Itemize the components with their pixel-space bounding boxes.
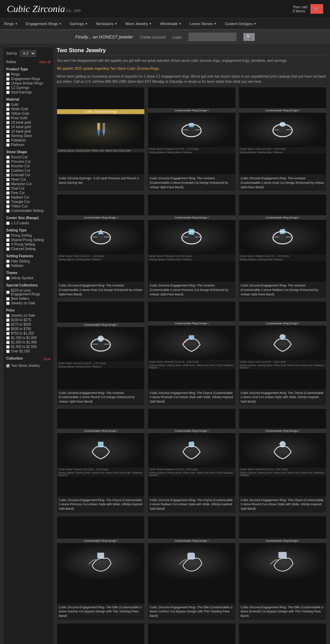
sidebar-item-18k[interactable]: 18 karat gold [6, 121, 51, 124]
sidebar-item-v-prong[interactable]: V Prong Setting [6, 242, 51, 246]
sidebar-price-1600-1900[interactable]: $1,600 to $1,900 [6, 340, 51, 344]
sidebar-item-palladium[interactable]: Palladium [6, 138, 51, 142]
sidebar-item-sterling[interactable]: Sterling Silver [6, 134, 51, 138]
sidebar-price-1250-1600[interactable]: $1,250 to $1,600 [6, 336, 51, 340]
create-account-link[interactable]: Create account [140, 35, 166, 39]
product-card[interactable]: Customizable Ring Design ! Center Stone:… [147, 87, 235, 191]
sidebar-item-yellow-gold[interactable]: Yellow Gold [6, 112, 51, 115]
nav-earrings[interactable]: Earrings ▼ [66, 18, 92, 29]
sidebar-item-solitaire[interactable]: Solitaire [6, 264, 51, 268]
sidebar-item-customizable-setting[interactable]: Customizable Setting [6, 209, 51, 213]
product-card[interactable]: Customizable Ring Design ! Center Stone:… [147, 194, 235, 298]
product-card[interactable]: Customizable Ring Design ! Center Stone:… [57, 408, 145, 513]
sidebar-price-over-2500[interactable]: Over $2,500 [6, 349, 51, 353]
search-input[interactable] [188, 33, 236, 41]
search-button[interactable]: 🔍 [243, 33, 255, 41]
checkbox-stud-earrings[interactable] [6, 91, 10, 94]
sidebar-item-best-sellers[interactable]: Best Sellers [6, 297, 51, 301]
cart-button[interactable]: 🛒 [310, 4, 323, 14]
product-card[interactable]: Customizable Ring Design ! Cubic Zirconi… [147, 516, 235, 620]
chevron-down-icon: ▼ [15, 22, 18, 25]
sidebar-item-radiant-cut[interactable]: Radiant Cut [6, 195, 51, 199]
sidebar-item-gold[interactable]: Gold [6, 103, 51, 106]
sidebar-item-stud-earrings[interactable]: Stud Earrings [6, 90, 51, 94]
sidebar-item-10k[interactable]: 10 karat gold [6, 129, 51, 133]
product-card[interactable]: Customizable Ring Design ! Cubic Zirconi… [239, 516, 327, 620]
sidebar-item-round-cut[interactable]: Round Cut [6, 155, 51, 159]
sidebar-item-emerald-cut[interactable]: Emerald Cut [6, 173, 51, 177]
view-all-link[interactable]: view all [39, 60, 51, 64]
sidebar-item-cushion-cut[interactable]: Cushion Cut [6, 169, 51, 172]
sidebar-item-cz-earrings[interactable]: CZ Earrings [6, 86, 51, 90]
product-card[interactable]: Customizable Ring Design ! Center Stone:… [57, 301, 145, 406]
sidebar-item-rose-gold[interactable]: Rose Gold [6, 116, 51, 120]
sidebar-item-14k[interactable]: 14 karat gold [6, 125, 51, 129]
nav-necklaces[interactable]: Necklaces ▼ [92, 18, 121, 29]
refine-label: Refine [6, 60, 16, 64]
svg-marker-3 [102, 130, 105, 137]
product-card[interactable]: Customizable Ring Design ! Center Stone:… [239, 194, 327, 298]
checkbox-cz-earrings[interactable] [6, 86, 10, 90]
sidebar-item-triangle-cut[interactable]: Triangle Cut [6, 200, 51, 204]
sidebar-item-engagement-rings[interactable]: Engagement Rings [6, 77, 51, 81]
nav-more-jewelry[interactable]: More Jewelry ▼ [121, 18, 156, 29]
sidebar-item-pear-cut[interactable]: Pear Cut [6, 191, 51, 195]
checkbox-engagement-rings[interactable] [6, 77, 10, 81]
product-card[interactable]: Customizable Ring Design ! Cubic Zirconi… [57, 623, 145, 644]
sidebar-item-oval-cut[interactable]: Oval Cut [6, 187, 51, 190]
checkbox-rings[interactable] [6, 73, 10, 76]
sidebar-item-shared-prong[interactable]: Shared Prong Setting [6, 238, 51, 242]
sidebar-item-platinum[interactable]: Platinum [6, 143, 51, 147]
product-image: Customizable Ring Design ! Center Stone:… [57, 194, 144, 282]
sidebar-price-100-275[interactable]: $100 to $275 [6, 318, 51, 322]
sidebar-item-channel[interactable]: Channel Setting [6, 247, 51, 251]
sidebar-item-heart-cut[interactable]: Heart Cut [6, 178, 51, 181]
sidebar-item-prong[interactable]: Prong Setting [6, 234, 51, 237]
sidebar-item-princess-cut[interactable]: Princess Cut [6, 160, 51, 163]
sidebar-price-500-750[interactable]: $500 to $750 [6, 327, 51, 331]
product-card[interactable]: Customizable Ring Design ! Center Stone:… [239, 408, 327, 513]
sidebar-collection-two-stone[interactable]: Two Stone Jewelry [6, 364, 51, 368]
sort-select[interactable]: A-Z [20, 50, 36, 57]
sidebar-price-750-1250[interactable]: $750 to $1,250 [6, 331, 51, 335]
sidebar-item-229-less[interactable]: $229 or Less Engagement Rings [6, 289, 51, 296]
sidebar-item-halo[interactable]: Halo Setting [6, 259, 51, 263]
sidebar-item-rings[interactable]: Rings [6, 72, 51, 76]
product-card[interactable]: Customizable Ring Design ! Cubic Zirconi… [57, 516, 145, 620]
nav-engagement-rings[interactable]: Engagement Rings ▼ [22, 18, 66, 29]
sidebar-item-infinity[interactable]: Infinity Symbol [6, 276, 51, 280]
nav-wholesale[interactable]: Wholesale ▼ [156, 18, 185, 29]
product-card[interactable]: Customizable Ring Design ! Center Stone:… [147, 408, 235, 513]
collection-clear[interactable]: clear [43, 357, 51, 361]
sidebar-price-sale[interactable]: Jewelry on Sale [6, 314, 51, 317]
sidebar-price-1900-2500[interactable]: $1,900 to $2,500 [6, 345, 51, 349]
svg-point-29 [279, 334, 286, 339]
product-card[interactable]: Customizable Ring Design ! Center Stone:… [239, 301, 327, 406]
nav-rings[interactable]: Rings ▼ [0, 18, 22, 29]
sidebar: Sort by A-Z Refine view all Product Type… [3, 47, 53, 644]
nav-custom-designs[interactable]: Custom Designs ▼ [221, 18, 261, 29]
sidebar-item-1carat[interactable]: ≤ 1.0 carats [6, 221, 51, 225]
sidebar-item-white-gold[interactable]: White Gold [6, 107, 51, 111]
nav-loose-stones[interactable]: Loose Stones ▼ [186, 18, 221, 29]
sidebar-item-marquise-cut[interactable]: Marquise Cut [6, 182, 51, 186]
sidebar-item-trillion-cut[interactable]: Trillion Cut [6, 204, 51, 208]
sidebar-item-unique-artisan[interactable]: Unique Artisan Rings [6, 81, 51, 85]
product-info: Cubic Zirconia Engagement Ring- The Elli… [239, 603, 326, 620]
svg-point-32 [279, 441, 286, 447]
product-info: Cubic Zirconia Engagement Ring- The Anni… [239, 174, 326, 191]
update-link: 4th quarter 2015 update regarding Two St… [57, 66, 327, 71]
update-link-anchor[interactable]: 4th quarter 2015 update regarding Two St… [57, 67, 160, 70]
product-info: Cubic Zirconia Engagement Ring- The Chyn… [148, 389, 235, 406]
product-card[interactable]: Customizable Ring Design ! Cubic Zirconi… [239, 623, 327, 644]
sidebar-price-275-500[interactable]: $275 to $500 [6, 323, 51, 326]
login-link[interactable]: Login [172, 35, 182, 39]
sidebar-item-asscher-cut[interactable]: Asscher Cut [6, 164, 51, 168]
product-card[interactable]: Customizable Ring Design ! Center Stone:… [57, 194, 145, 298]
checkbox-unique-artisan[interactable] [6, 82, 10, 85]
sidebar-item-jewelry-on-sale[interactable]: Jewelry on Sale [6, 301, 51, 305]
product-card[interactable]: Customizable Ring Design ! Center Stone:… [147, 301, 235, 406]
product-card[interactable]: Cubic Zirconia Earrings Setting Options:… [57, 87, 145, 191]
product-card[interactable]: Customizable Ring Design ! Cubic Zirconi… [147, 623, 235, 644]
product-card[interactable]: Customizable Ring Design ! Center Stone:… [239, 87, 327, 191]
